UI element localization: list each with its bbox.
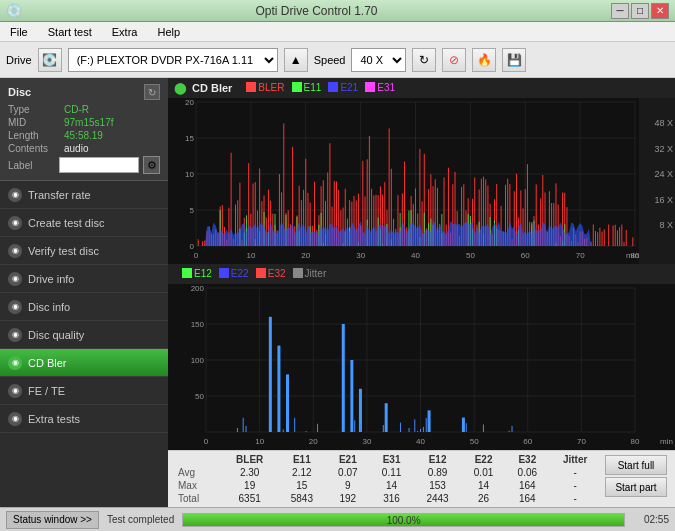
row-max-jitter: -: [549, 479, 601, 492]
toolbar: Drive 💽 (F:) PLEXTOR DVDR PX-716A 1.11 ▲…: [0, 42, 675, 78]
chart2-wrapper: [168, 284, 675, 450]
nav-create-test-disc[interactable]: ◉ Create test disc: [0, 209, 168, 237]
col-e12: E12: [413, 453, 461, 466]
mid-value: 97m15s17f: [64, 117, 113, 128]
start-full-button[interactable]: Start full: [605, 455, 667, 475]
menu-start-test[interactable]: Start test: [42, 24, 98, 40]
nav-icon-fe-te: ◉: [8, 384, 22, 398]
row-max-bler: 19: [222, 479, 278, 492]
nav-icon-create-test-disc: ◉: [8, 216, 22, 230]
type-label: Type: [8, 104, 60, 115]
chart-area: ⬤ CD Bler BLER E11 E21: [168, 78, 675, 507]
legend1-e31: E31: [365, 82, 395, 93]
row-avg-label: Avg: [172, 466, 222, 479]
stats-table-wrapper: BLER E11 E21 E31 E12 E22 E32 Jitter Avg: [172, 453, 601, 505]
row-total-jitter: -: [549, 492, 601, 505]
chart2-canvas: [168, 284, 675, 450]
legend1-bler: BLER: [246, 82, 284, 93]
row-total-e32: 164: [505, 492, 549, 505]
nav-icon-verify-test-disc: ◉: [8, 244, 22, 258]
row-max-label: Max: [172, 479, 222, 492]
disc-contents-row: Contents audio: [8, 143, 160, 154]
row-max-e12: 153: [413, 479, 461, 492]
nav-icon-disc-quality: ◉: [8, 328, 22, 342]
nav-fe-te[interactable]: ◉ FE / TE: [0, 377, 168, 405]
menu-file[interactable]: File: [4, 24, 34, 40]
row-total-e21: 192: [326, 492, 370, 505]
nav-cd-bler[interactable]: ◉ CD Bler: [0, 349, 168, 377]
disc-mid-row: MID 97m15s17f: [8, 117, 160, 128]
contents-value: audio: [64, 143, 88, 154]
length-label: Length: [8, 130, 60, 141]
chart2-title-bar: E12 E22 E32 Jitter: [168, 264, 675, 284]
title-bar: 💿 Opti Drive Control 1.70 ─ □ ✕: [0, 0, 675, 22]
nav-disc-info[interactable]: ◉ Disc info: [0, 293, 168, 321]
speed-select[interactable]: 40 X 32 X 24 X: [351, 48, 406, 72]
table-row: Max 19 15 9 14 153 14 164 -: [172, 479, 601, 492]
chart2-container: E12 E22 E32 Jitter: [168, 264, 675, 450]
row-total-bler: 6351: [222, 492, 278, 505]
legend1-e11: E11: [292, 82, 322, 93]
title-bar-controls: ─ □ ✕: [611, 3, 669, 19]
row-total-e12: 2443: [413, 492, 461, 505]
progress-text: 100.0%: [183, 514, 624, 527]
legend2-jitter: Jitter: [293, 268, 327, 279]
app-icon: 💿: [6, 3, 22, 18]
row-total-e22: 26: [462, 492, 506, 505]
col-e22: E22: [462, 453, 506, 466]
status-window-button[interactable]: Status window >>: [6, 511, 99, 529]
stats-buttons: Start full Start part: [601, 453, 671, 499]
row-avg-e32: 0.06: [505, 466, 549, 479]
close-button[interactable]: ✕: [651, 3, 669, 19]
nav-disc-quality[interactable]: ◉ Disc quality: [0, 321, 168, 349]
drive-label: Drive: [6, 54, 32, 66]
menu-extra[interactable]: Extra: [106, 24, 144, 40]
drive-select[interactable]: (F:) PLEXTOR DVDR PX-716A 1.11: [68, 48, 278, 72]
drive-icon: 💽: [38, 48, 62, 72]
row-max-e22: 14: [462, 479, 506, 492]
disc-header-label: Disc: [8, 86, 31, 98]
start-part-button[interactable]: Start part: [605, 477, 667, 497]
nav-drive-info[interactable]: ◉ Drive info: [0, 265, 168, 293]
col-e11: E11: [278, 453, 326, 466]
row-max-e31: 14: [370, 479, 414, 492]
erase-button[interactable]: ⊘: [442, 48, 466, 72]
nav-transfer-rate[interactable]: ◉ Transfer rate: [0, 181, 168, 209]
nav-icon-disc-info: ◉: [8, 300, 22, 314]
save-button[interactable]: 💾: [502, 48, 526, 72]
row-total-e11: 5843: [278, 492, 326, 505]
time-text: 02:55: [633, 514, 669, 525]
col-bler: BLER: [222, 453, 278, 466]
nav-icon-transfer-rate: ◉: [8, 188, 22, 202]
disc-refresh-button[interactable]: ↻: [144, 84, 160, 100]
row-avg-e21: 0.07: [326, 466, 370, 479]
row-max-e32: 164: [505, 479, 549, 492]
row-total-label: Total: [172, 492, 222, 505]
status-bar: Status window >> Test completed 100.0% 0…: [0, 507, 675, 531]
mid-label: MID: [8, 117, 60, 128]
row-avg-jitter: -: [549, 466, 601, 479]
row-total-e31: 316: [370, 492, 414, 505]
nav-icon-extra-tests: ◉: [8, 412, 22, 426]
label-input[interactable]: [59, 157, 139, 173]
refresh-button[interactable]: ↻: [412, 48, 436, 72]
burn-button[interactable]: 🔥: [472, 48, 496, 72]
disc-header: Disc ↻: [8, 84, 160, 100]
gear-button[interactable]: ⚙: [143, 156, 160, 174]
chart1-wrapper: 48 X 32 X 24 X 16 X 8 X: [168, 98, 675, 264]
type-value: CD-R: [64, 104, 89, 115]
status-text: Test completed: [107, 514, 174, 525]
progress-bar: 100.0%: [182, 513, 625, 527]
sidebar: Disc ↻ Type CD-R MID 97m15s17f Length 45…: [0, 78, 168, 507]
row-max-e21: 9: [326, 479, 370, 492]
minimize-button[interactable]: ─: [611, 3, 629, 19]
disc-info-panel: Disc ↻ Type CD-R MID 97m15s17f Length 45…: [0, 78, 168, 181]
menu-help[interactable]: Help: [151, 24, 186, 40]
nav-extra-tests[interactable]: ◉ Extra tests: [0, 405, 168, 433]
row-avg-e11: 2.12: [278, 466, 326, 479]
chart1-title-bar: ⬤ CD Bler BLER E11 E21: [168, 78, 675, 98]
nav-verify-test-disc[interactable]: ◉ Verify test disc: [0, 237, 168, 265]
maximize-button[interactable]: □: [631, 3, 649, 19]
speed-label: Speed: [314, 54, 346, 66]
eject-button[interactable]: ▲: [284, 48, 308, 72]
